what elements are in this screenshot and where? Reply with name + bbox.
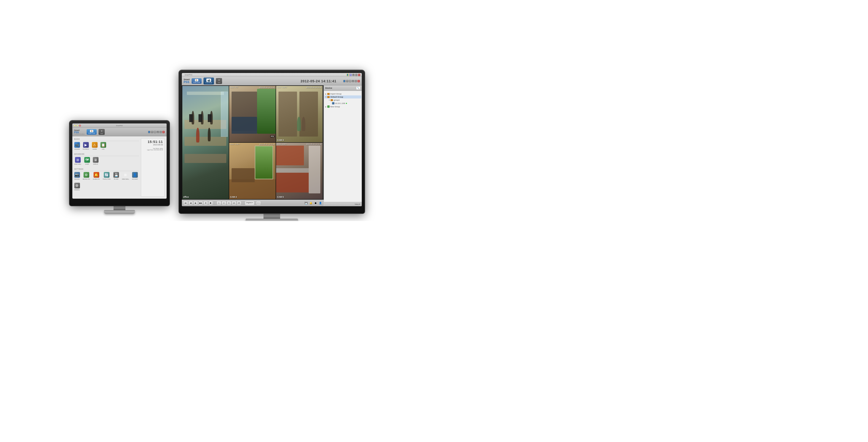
cam-living-name: CAM 4 xyxy=(230,196,237,198)
close-btn[interactable] xyxy=(79,125,81,127)
pause-btn[interactable]: ⏸ xyxy=(203,201,208,205)
general-icon[interactable]: ⚙ GENERAL xyxy=(74,183,80,191)
tree-group1[interactable]: ▼ group1 xyxy=(326,98,360,102)
save-status-icon[interactable]: 💾 xyxy=(304,201,308,205)
emap-icon[interactable]: 🗺 E-MAP xyxy=(84,157,90,165)
living-window-frame xyxy=(255,146,273,179)
lv-ctrl-close[interactable]: × xyxy=(358,80,360,82)
add-btn-label: ADD xyxy=(100,133,103,134)
smartpss-logo: Smart PSS Professional Surveillance xyxy=(74,129,85,135)
person-status-icon[interactable]: 👤 xyxy=(318,201,322,205)
maximize-icon[interactable]: □ xyxy=(159,131,162,133)
lv-ctrl-settings[interactable]: ⚙ xyxy=(349,80,351,82)
playback-icon[interactable]: ▶ PLAYBACK xyxy=(83,142,89,150)
tree-device-108[interactable]: 10.15.1.108 xyxy=(326,102,360,105)
kitchen-counter xyxy=(276,168,309,173)
playback-img: ▶ xyxy=(83,142,89,148)
minimize-icon[interactable]: _ xyxy=(157,131,159,133)
lv-maximize-icon[interactable]: □ xyxy=(355,74,358,76)
size-3x3-btn[interactable]: 9 xyxy=(226,201,231,205)
cam-office-cell[interactable]: office xyxy=(182,86,229,199)
tourtask-icon[interactable]: 🔄 TOUR & TASK xyxy=(102,172,111,180)
lv-bottom-bar: ⏮ ◀ ▶ ▶▶ ⏸ ⏹ 1 4 xyxy=(182,199,324,206)
lv-ctrl-help[interactable]: ? xyxy=(346,80,348,82)
cam-living-cell[interactable]: 2012-05-24 14:11:41 Demo - CAM 4 CAM 4 xyxy=(229,143,276,199)
lv-ctrl-min[interactable]: _ xyxy=(352,80,354,82)
videowall2-icon[interactable]: ⊞ VIDEO WALL xyxy=(122,172,129,180)
fullscreen-btn[interactable]: ⛶ xyxy=(256,201,261,205)
size-25-btn[interactable]: 25 xyxy=(237,201,241,205)
size-1x1-btn[interactable]: 1 xyxy=(217,201,221,205)
log-icon[interactable]: 📋 LOG xyxy=(100,142,106,150)
log-label: LOG xyxy=(102,149,104,150)
display-label: DISPLAY xyxy=(93,163,98,165)
pcnvr-icon[interactable]: 💾 PC-NVR xyxy=(113,172,119,180)
online-indicator xyxy=(346,103,347,104)
videowall2-img: ⊞ xyxy=(123,172,128,178)
prev-btn[interactable]: ◀ xyxy=(188,201,193,205)
monitor-on-desk xyxy=(189,114,193,122)
lv-user-icon[interactable]: 👤 xyxy=(346,74,349,76)
cam-kitchen-cell[interactable]: 2012-05-24 14:11:41 Demo - CAM 5 CAM 5 xyxy=(276,143,322,199)
lv-datetime: 2012-05-24 14:11:41 xyxy=(301,79,337,83)
lv-minimize-icon[interactable]: _ xyxy=(352,74,354,76)
user-icon[interactable]: 👤 xyxy=(148,131,150,133)
liveview-icon[interactable]: 📹 LIVEVIEW xyxy=(74,142,80,150)
date-value: 2014-06-03 xyxy=(148,144,163,146)
lv-close-icon[interactable]: × xyxy=(358,74,360,76)
lv-home-button[interactable]: 🏠 HOME PAGE xyxy=(192,78,202,84)
office-desk-2 xyxy=(184,137,226,146)
liveview-app: SmartPSS 👤 ? _ □ × Smart PSS xyxy=(182,73,362,206)
next-btn[interactable]: ▶▶ xyxy=(198,201,203,205)
account-label: ACCOUNT xyxy=(132,179,138,180)
tree-import-group[interactable]: ▶ Import Group xyxy=(326,92,360,95)
pcnvr-label: PC-NVR xyxy=(114,179,118,180)
cam-store-cell[interactable]: 2012-05-24 14:11:41 Demo - CAM 3 CAM 3 xyxy=(276,86,322,142)
devices-app-icon[interactable]: 📷 DEVICES xyxy=(74,172,80,180)
maximize-btn[interactable] xyxy=(76,125,78,127)
lv-add-button[interactable]: + ADD xyxy=(216,78,222,84)
living-sofa xyxy=(231,168,255,182)
videowall-icon[interactable]: ⊞ VIDEO WALL xyxy=(74,157,82,165)
app-main: BASIC 📹 LIVEVIEW ▶ PLAYBACK xyxy=(74,138,139,197)
close-icon[interactable]: × xyxy=(162,131,165,133)
separator-2 xyxy=(243,201,243,205)
emap-label: E-MAP xyxy=(85,163,89,165)
garage-vegetation xyxy=(257,89,276,134)
account-icon[interactable]: 👤 ACCOUNT xyxy=(132,172,138,180)
devicecfg-icon[interactable]: ⚙ DEVICE CFG xyxy=(83,172,90,180)
add-button[interactable]: + ADD xyxy=(98,129,105,135)
zoom-select[interactable]: Original ▾ xyxy=(245,201,254,205)
rp-search-btn[interactable]: 🔍 xyxy=(356,86,360,90)
alarm-icon[interactable]: ⚠ ALARM xyxy=(92,142,98,150)
display-icon[interactable]: 🖥 DISPLAY xyxy=(93,157,98,165)
home-page-button[interactable]: 🏠 HOME PAGE xyxy=(87,129,97,135)
garage-car xyxy=(231,117,257,134)
prev-frame-btn[interactable]: ⏮ xyxy=(183,201,188,205)
app-content: BASIC 📹 LIVEVIEW ▶ PLAYBACK xyxy=(72,136,166,199)
alarmcfg-icon[interactable]: 🔔 ALARM CFG xyxy=(93,172,100,180)
settings-icon[interactable]: ⚙ xyxy=(154,131,156,133)
kitchen-upper-cabinet xyxy=(276,146,304,165)
devices-label: DEVICES xyxy=(74,179,80,180)
stop-btn[interactable]: ⏹ xyxy=(208,201,213,205)
help-icon[interactable]: ? xyxy=(151,131,153,133)
videowall2-label: VIDEO WALL xyxy=(122,179,129,180)
minimize-btn[interactable] xyxy=(74,125,76,127)
lv-ctrl-user[interactable]: 👤 xyxy=(343,80,346,82)
tree-default-group[interactable]: ▼ Default Group xyxy=(324,95,361,98)
lv-ctrl-max[interactable]: □ xyxy=(354,80,357,82)
alarm-status-icon[interactable]: 🔔 xyxy=(309,201,313,205)
logo-subtitle-text: Professional Surveillance xyxy=(74,134,85,135)
lv-help-icon[interactable]: ? xyxy=(349,74,352,76)
rp-title: Device xyxy=(326,87,332,89)
rp-footer[interactable]: View ▾ xyxy=(324,202,362,206)
lv-liveview-button[interactable]: 📹 LIVEVIEW xyxy=(204,77,214,85)
cam-garage-cell[interactable]: 2012-05-24 14:11:41 Demo - PTZ PTZ xyxy=(229,86,276,142)
size-2x2-btn[interactable]: 4 xyxy=(222,201,226,205)
cam-office-label: office xyxy=(183,196,189,198)
tree-new-group[interactable]: ▶ New Group xyxy=(326,105,360,108)
record-status-icon[interactable]: ⏺ xyxy=(314,201,317,205)
size-4x4-btn[interactable]: 16 xyxy=(231,201,236,205)
play-btn[interactable]: ▶ xyxy=(193,201,198,205)
